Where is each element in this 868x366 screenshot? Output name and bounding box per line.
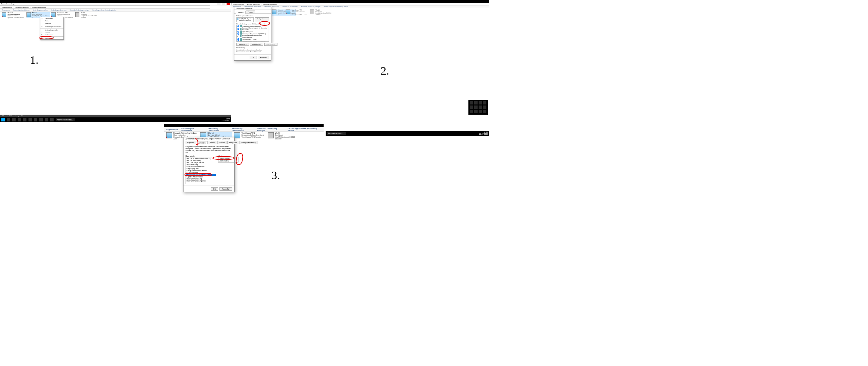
tray-icon[interactable] (474, 105, 478, 109)
ctx-status[interactable]: Status (40, 20, 63, 22)
browser-tabbar (0, 0, 231, 3)
tool-props[interactable]: Einstellungen dieser Verbindung ändern (92, 9, 116, 11)
ctx-shortcut[interactable]: Verknüpfung erstellen (40, 29, 63, 31)
breadcrumb[interactable]: Systemsteuerung› Netzwerk und Internet› … (0, 5, 210, 9)
tray-icon[interactable] (470, 110, 473, 113)
adapter-context-menu[interactable]: Deaktivieren Status Diagnose Verbindunge… (40, 17, 64, 40)
cancel-button[interactable]: Abbrechen (258, 56, 269, 59)
ok-button[interactable]: OK (250, 56, 256, 59)
adapter-teamviewer[interactable]: TeamViewer VPNNetzwerkkabel wurde entfer… (286, 9, 309, 16)
tab-details[interactable]: Details (217, 141, 227, 144)
tab-events[interactable]: Ereignisse (227, 141, 239, 144)
desc-head: Beschreibung (236, 47, 269, 49)
proto-check[interactable] (237, 28, 239, 30)
nic-icon (26, 12, 31, 17)
value-dropdown[interactable]: Automatische Aushandlung ▾ (218, 157, 238, 162)
taskbar-clock[interactable]: 18:36 23.07.2020 (479, 132, 488, 135)
ethernet-properties-dialog[interactable]: Eigenschaften von Ethernet Netzwerk Frei… (234, 7, 271, 61)
taskbar-app[interactable] (50, 118, 54, 121)
adapter-wlan[interactable]: WLANDeaktiviertIntel(R) Wireless-AC 9260… (310, 9, 334, 16)
proto-icon (240, 40, 242, 42)
tab-advanced[interactable]: Erweitert (197, 141, 208, 144)
taskbar-clock[interactable]: 18:43 23.07.2020 (221, 118, 230, 121)
tool-status[interactable]: Status der Verbindung anzeigen (70, 9, 89, 11)
proto-icon (240, 33, 242, 35)
crumb[interactable]: Netzwerkverbindungen (32, 6, 46, 8)
tray-icon[interactable] (474, 101, 478, 104)
taskbar-active[interactable]: Netzwerkverbindun… (56, 118, 75, 121)
tray-icon[interactable] (483, 105, 486, 109)
proto-check[interactable] (237, 25, 239, 27)
ok-button[interactable]: OK (211, 187, 218, 191)
taskbar-active[interactable]: Netzwerkverbindun… (327, 132, 346, 135)
desc-text: Ermöglicht Ihrem Computer den Zugriff au… (236, 50, 269, 53)
proto-check[interactable] (237, 33, 239, 35)
ctx-properties[interactable]: Eigenschaften (40, 37, 63, 39)
taskbar-app[interactable] (12, 118, 16, 121)
nic-icon (268, 132, 274, 138)
tray-icon[interactable] (483, 101, 486, 104)
taskbar-app[interactable] (23, 118, 26, 121)
tray-icon[interactable] (479, 105, 482, 109)
adapter-teamviewer[interactable]: TeamViewer VPNNetzwerkkabel wurde entfer… (234, 132, 266, 138)
taskbar-app[interactable] (39, 118, 43, 121)
step-number-1: 1. (30, 54, 39, 66)
uninstall-button[interactable]: Deinstallieren (250, 43, 263, 46)
proto-check[interactable] (237, 40, 239, 42)
taskbar-app[interactable] (34, 118, 37, 121)
ctx-diagnose[interactable]: Diagnose (40, 22, 63, 24)
proto-check[interactable] (237, 38, 239, 40)
explorer-toolbar: Organisieren Netzwerkgerät deaktivieren … (0, 9, 231, 12)
crumb[interactable]: Systemsteuerung (2, 6, 12, 8)
tool-disable[interactable]: Netzwerkgerät deaktivieren (13, 9, 30, 11)
tool-rename[interactable]: Verbindung umbenennen (51, 9, 66, 11)
prop-item[interactable]: Interrupt-Drosselungsrate (186, 180, 216, 182)
tab-power[interactable]: Energieverwaltung (239, 141, 257, 144)
proto-check[interactable] (237, 36, 239, 37)
taskbar-app[interactable] (45, 118, 48, 121)
adapter-wlan[interactable]: WLANDeaktiviertIntel(R) Wireless-AC 9260… (268, 132, 300, 140)
tray-icon[interactable] (479, 101, 482, 104)
taskbar[interactable]: Netzwerkverbindun… 18:43 23.07.2020 (0, 117, 231, 122)
tray-icon[interactable] (483, 110, 486, 113)
taskbar-app[interactable] (28, 118, 32, 121)
ctx-disable[interactable]: Deaktivieren (40, 17, 63, 20)
close-button[interactable] (227, 3, 230, 5)
tab-sharing[interactable]: Freigabe (246, 11, 255, 13)
cancel-button[interactable]: Abbrechen (219, 187, 232, 191)
breadcrumb[interactable]: Systemsteuerung› Netzwerk und Internet› … (231, 3, 489, 5)
nic-icon (272, 9, 276, 14)
tool-diag[interactable]: Verbindung untersuchen (33, 9, 47, 11)
tray-icon[interactable] (470, 105, 473, 109)
taskbar[interactable]: Netzwerkverbindun… 18:36 23.07.2020 (326, 131, 489, 136)
adapter-bluetooth[interactable]: Bluetooth-Netzwerkverbindung Nicht verbu… (2, 12, 26, 20)
tray-icon[interactable] (479, 110, 482, 113)
ctx-bridge[interactable]: Verbindungen überbrücken (40, 25, 63, 28)
taskbar-app[interactable] (18, 118, 21, 121)
tab-general[interactable]: Allgemein (185, 141, 196, 144)
protocol-list[interactable]: Client für Microsoft-Netzwerke Datei- un… (236, 25, 269, 42)
configure-button[interactable]: Konfigurieren… (255, 17, 269, 22)
adapter-wlan[interactable]: WLAN Deaktiviert Intel(R) Wireless-AC 92… (75, 12, 99, 18)
install-button[interactable]: Installieren… (236, 43, 249, 46)
start-button[interactable] (1, 118, 5, 121)
tray-flyout[interactable] (468, 100, 488, 115)
min-button[interactable] (217, 3, 220, 5)
chevron-down-icon: ▾ (236, 159, 237, 161)
tool-organize[interactable]: Organisieren (2, 9, 10, 11)
ctx-rename[interactable]: Umbenennen (40, 34, 63, 36)
taskbar-app[interactable] (7, 118, 10, 121)
tab-driver[interactable]: Treiber (208, 141, 217, 144)
tray-icon[interactable] (474, 110, 478, 113)
dialog-title: Eigenschaften von Intel(R) I211 Gigabit … (184, 137, 234, 140)
tray-icon[interactable] (470, 101, 473, 104)
crumb[interactable]: Netzwerk und Internet (15, 6, 28, 8)
nic-properties-dialog[interactable]: Eigenschaften von Intel(R) I211 Gigabit … (183, 137, 235, 192)
property-list[interactable]: Abl. bei Musterübereinstimmung Abl. bei … (186, 157, 216, 184)
proto-check[interactable] (237, 31, 239, 33)
advanced-blurb: Folgende Eigenschaften sind für diesen N… (186, 146, 232, 154)
tab-network[interactable]: Netzwerk (236, 11, 246, 14)
nic-icon (286, 9, 290, 14)
explorer-titlebar: Netzwerkverbindungen (0, 3, 231, 5)
max-button[interactable] (222, 3, 225, 5)
